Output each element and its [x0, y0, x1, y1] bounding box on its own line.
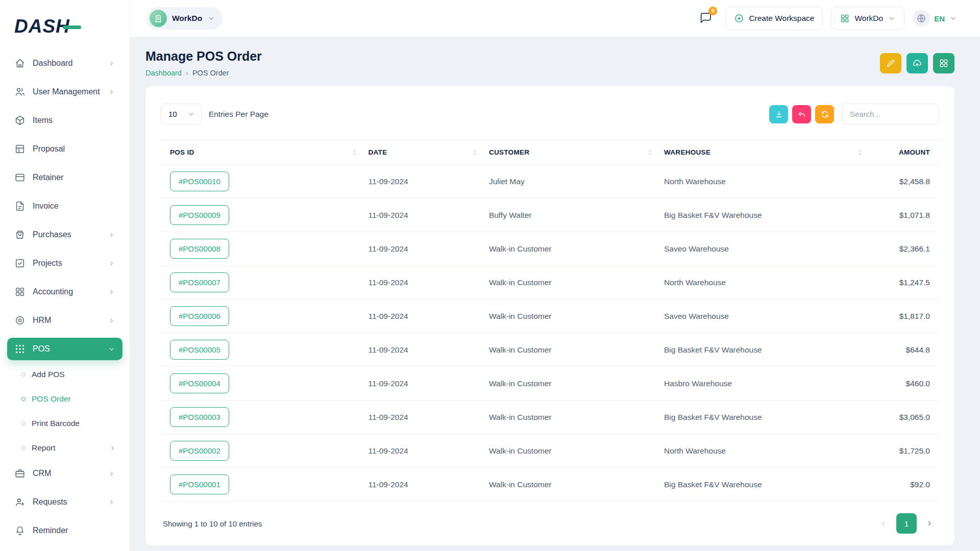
sidebar-subitem-report[interactable]: Report: [7, 438, 122, 458]
pos-submenu: Add POSPOS OrderPrint BarcodeReport: [7, 364, 122, 458]
column-header-pos-id[interactable]: POS ID: [161, 140, 363, 165]
entries-per-page-value: 10: [168, 110, 177, 118]
sidebar-item-retainer[interactable]: Retainer: [7, 166, 122, 189]
table-row: #POS0001011-09-2024Juliet MayNorth Wareh…: [161, 165, 939, 198]
plus-circle-icon: [734, 13, 744, 23]
table-header-row: POS IDDATECUSTOMERWAREHOUSEAMOUNT: [161, 140, 939, 165]
sidebar-nav: DashboardUser ManagementItemsProposalRet…: [7, 52, 122, 551]
pos-id-link[interactable]: #POS00009: [170, 205, 229, 225]
date-cell: 11-09-2024: [363, 266, 484, 299]
chevron-right-icon: [109, 444, 116, 452]
pagination-page-1[interactable]: 1: [896, 513, 917, 534]
bell-icon: [14, 525, 26, 536]
warehouse-cell: North Warehouse: [659, 266, 869, 299]
sidebar-item-dashboard[interactable]: Dashboard: [7, 52, 122, 74]
page-title-block: Manage POS Order Dashboard › POS Order: [145, 49, 262, 77]
briefcase-icon: [14, 468, 26, 479]
sidebar-item-hrm[interactable]: HRM: [7, 309, 122, 332]
sort-icon: [856, 148, 864, 156]
sidebar-item-invoice[interactable]: Invoice: [7, 195, 122, 217]
messages-button[interactable]: 0: [697, 9, 714, 28]
pos-id-link[interactable]: #POS00002: [170, 441, 229, 461]
warehouse-cell: Hasbro Warehouse: [659, 367, 869, 400]
chevron-down-icon: [108, 345, 115, 353]
sidebar-item-requests[interactable]: Requests: [7, 491, 122, 513]
sidebar-item-accounting[interactable]: Accounting: [7, 281, 122, 303]
bullet-icon: [21, 421, 26, 425]
language-selector[interactable]: EN: [913, 10, 957, 27]
search-input[interactable]: [842, 104, 939, 124]
customer-cell: Buffy Walter: [484, 198, 659, 232]
date-cell: 11-09-2024: [363, 468, 484, 502]
sidebar-item-reminder[interactable]: Reminder: [7, 519, 122, 542]
users-icon: [14, 86, 26, 97]
table-row: #POS0000711-09-2024Walk-in CustomerNorth…: [161, 266, 939, 299]
download-button[interactable]: [769, 105, 788, 123]
workspace-selector[interactable]: WorkDo: [146, 7, 223, 30]
sidebar-item-user-management[interactable]: User Management: [7, 81, 122, 103]
brand-dash-icon: [63, 26, 81, 29]
sidebar-item-label: Retainer: [33, 173, 115, 182]
sidebar-subitem-print-barcode[interactable]: Print Barcode: [7, 413, 122, 434]
app-root: DASH DashboardUser ManagementItemsPropos…: [0, 0, 980, 551]
sidebar-item-label: HRM: [33, 316, 101, 325]
sidebar-item-crm[interactable]: CRM: [7, 462, 122, 485]
page-actions: [880, 53, 954, 73]
sidebar-item-purchases[interactable]: Purchases: [7, 223, 122, 246]
warehouse-cell: Saveo Warehouse: [659, 232, 869, 266]
pos-id-link[interactable]: #POS00008: [170, 239, 229, 259]
submenu-item-label: Add POS: [32, 370, 116, 379]
workspace-menu-button[interactable]: WorkDo: [831, 7, 904, 30]
showing-entries-text: Showing 1 to 10 of 10 entries: [163, 519, 262, 528]
entries-per-page-select[interactable]: 10: [161, 104, 202, 124]
pos-id-link[interactable]: #POS00007: [170, 272, 229, 292]
refresh-button[interactable]: [815, 105, 834, 123]
sidebar-subitem-pos-order[interactable]: POS Order: [7, 389, 122, 409]
page-action-edit-button[interactable]: [880, 53, 901, 73]
topbar-actions: 0 Create Workspace WorkDo EN: [697, 7, 957, 30]
sidebar-item-label: Requests: [33, 497, 101, 507]
page-action-export-button[interactable]: [906, 53, 928, 73]
page-action-pos-button[interactable]: [933, 53, 954, 73]
sidebar-item-pos[interactable]: POS: [7, 338, 122, 360]
column-header-date[interactable]: DATE: [363, 140, 484, 165]
sidebar-subitem-add-pos[interactable]: Add POS: [7, 364, 122, 385]
create-workspace-button[interactable]: Create Workspace: [725, 7, 823, 30]
pagination-prev-button[interactable]: [876, 516, 891, 531]
brand-logo[interactable]: DASH: [7, 12, 122, 39]
undo-button[interactable]: [792, 105, 811, 123]
card-icon: [14, 172, 26, 183]
pos-id-link[interactable]: #POS00001: [170, 474, 229, 494]
sidebar-item-items[interactable]: Items: [7, 109, 122, 132]
sidebar-item-label: Items: [33, 116, 115, 125]
date-cell: 11-09-2024: [363, 367, 484, 400]
chevron-right-icon: [108, 470, 115, 478]
sort-icon: [471, 148, 479, 156]
target-icon: [14, 315, 26, 326]
warehouse-cell: Big Basket F&V Warehouse: [659, 468, 869, 502]
submenu-item-label: Print Barcode: [32, 419, 116, 428]
breadcrumb-separator-icon: ›: [186, 68, 188, 77]
amount-cell: $644.8: [869, 333, 939, 367]
pos-id-link[interactable]: #POS00005: [170, 340, 229, 360]
column-header-amount: AMOUNT: [869, 140, 939, 165]
pagination: 1: [876, 513, 937, 534]
pos-id-link[interactable]: #POS00003: [170, 407, 229, 427]
amount-cell: $1,071.8: [869, 198, 939, 232]
main-area: WorkDo 0 Create Workspace WorkDo: [130, 0, 980, 551]
pos-id-link[interactable]: #POS00010: [170, 171, 229, 191]
chevron-right-icon: [108, 317, 115, 324]
pos-id-link[interactable]: #POS00004: [170, 373, 229, 393]
sidebar-item-projects[interactable]: Projects: [7, 252, 122, 274]
pagination-next-button[interactable]: [922, 516, 937, 531]
breadcrumb-dashboard-link[interactable]: Dashboard: [145, 69, 182, 77]
building-icon: [150, 10, 167, 27]
column-header-customer[interactable]: CUSTOMER: [484, 140, 659, 165]
chevron-down-icon: [888, 14, 896, 22]
column-header-warehouse[interactable]: WAREHOUSE: [659, 140, 869, 165]
sidebar-item-proposal[interactable]: Proposal: [7, 138, 122, 160]
pos-id-link[interactable]: #POS00006: [170, 306, 229, 326]
pos-orders-table: POS IDDATECUSTOMERWAREHOUSEAMOUNT #POS00…: [161, 140, 939, 502]
customer-cell: Walk-in Customer: [484, 468, 659, 502]
home-icon: [14, 58, 26, 69]
